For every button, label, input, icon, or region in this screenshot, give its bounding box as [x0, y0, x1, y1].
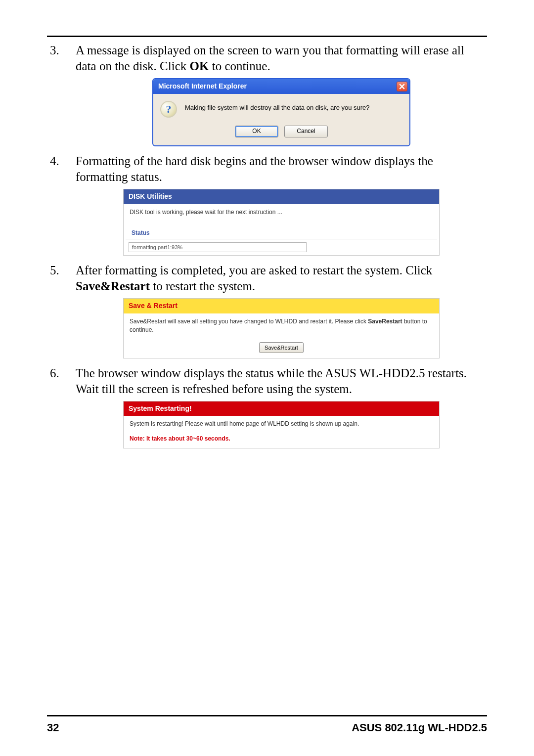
- ok-button[interactable]: OK: [235, 126, 278, 137]
- figure-ie-dialog: Microsoft Internet Explorer ? Making fil…: [76, 78, 487, 146]
- save-restart-button[interactable]: Save&Restart: [259, 342, 304, 353]
- cancel-button[interactable]: Cancel: [284, 126, 328, 137]
- step-4: Formatting of the hard disk begins and t…: [47, 153, 487, 256]
- system-restarting-note: Note: It takes about 30~60 seconds.: [124, 432, 439, 443]
- bottom-rule: [47, 715, 487, 716]
- step-6: The browser window displays the status w…: [47, 365, 487, 448]
- figure-save-restart: Save & Restart Save&Restart will save al…: [76, 298, 487, 358]
- save-restart-button-row: Save&Restart: [124, 338, 439, 353]
- step-4-text: Formatting of the hard disk begins and t…: [76, 154, 433, 183]
- step-3-bold: OK: [190, 59, 209, 73]
- status-value: formatting part1:93%: [132, 244, 182, 251]
- ie-dialog-message: Making file system will destroy all the …: [185, 101, 370, 112]
- step-5: After formatting is completed, you are a…: [47, 263, 487, 358]
- system-restarting-msg: System is restarting! Please wait until …: [124, 416, 439, 432]
- save-restart-panel: Save & Restart Save&Restart will save al…: [123, 298, 440, 358]
- step-5-text-pre: After formatting is completed, you are a…: [76, 264, 432, 277]
- close-icon: [399, 84, 405, 89]
- save-restart-msg-bold: SaveRestart: [368, 318, 402, 325]
- step-5-bold: Save&Restart: [76, 279, 150, 293]
- status-label: Status: [126, 221, 437, 239]
- system-restarting-panel: System Restarting! System is restarting!…: [123, 401, 440, 448]
- disk-utilities-header: DISK Utilities: [124, 189, 439, 204]
- step-6-text: The browser window displays the status w…: [76, 366, 467, 396]
- ie-titlebar: Microsoft Internet Explorer: [153, 79, 409, 94]
- page-number: 32: [47, 721, 59, 734]
- figure-disk-utilities: DISK Utilities DISK tool is working, ple…: [76, 189, 487, 256]
- save-restart-msg: Save&Restart will save all setting you h…: [124, 313, 439, 338]
- disk-utilities-msg: DISK tool is working, please wait for th…: [124, 204, 439, 221]
- close-button[interactable]: [397, 82, 407, 91]
- document-page: A message is displayed on the screen to …: [0, 0, 534, 756]
- ie-title: Microsoft Internet Explorer: [158, 82, 247, 91]
- step-5-text-post: to restart the system.: [150, 279, 255, 293]
- step-3: A message is displayed on the screen to …: [47, 43, 487, 146]
- save-restart-msg-pre: Save&Restart will save all setting you h…: [130, 318, 368, 325]
- page-footer: 32 ASUS 802.11g WL-HDD2.5: [47, 721, 487, 734]
- ie-dialog-buttons: OK Cancel: [153, 122, 409, 145]
- step-3-text-post: to continue.: [209, 59, 270, 73]
- top-rule: [47, 36, 487, 37]
- save-restart-header: Save & Restart: [124, 299, 439, 313]
- ie-dialog-body: ? Making file system will destroy all th…: [153, 94, 409, 122]
- question-icon: ?: [160, 101, 177, 118]
- system-restarting-header: System Restarting!: [124, 401, 439, 416]
- page-content: A message is displayed on the screen to …: [47, 43, 487, 455]
- footer-title: ASUS 802.11g WL-HDD2.5: [352, 721, 487, 734]
- ie-dialog: Microsoft Internet Explorer ? Making fil…: [152, 78, 410, 146]
- steps-list: A message is displayed on the screen to …: [47, 43, 487, 448]
- figure-system-restarting: System Restarting! System is restarting!…: [76, 401, 487, 448]
- status-field: formatting part1:93%: [129, 242, 307, 252]
- disk-utilities-panel: DISK Utilities DISK tool is working, ple…: [123, 189, 440, 256]
